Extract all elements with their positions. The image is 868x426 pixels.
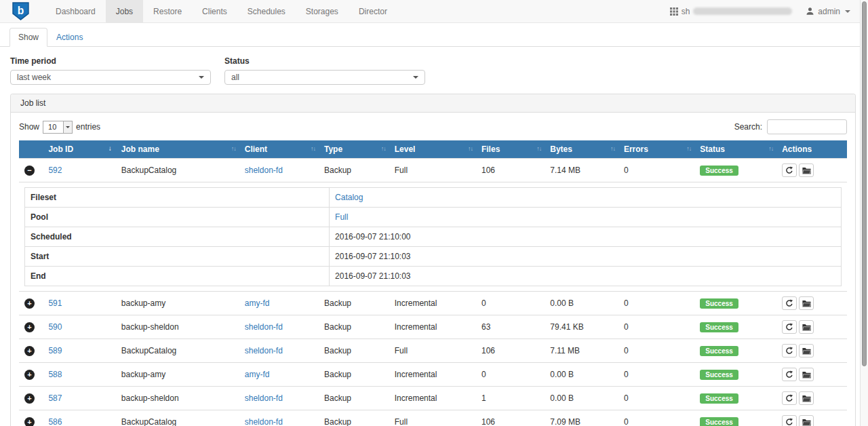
rerun-job-button[interactable] [782,368,797,381]
client-link[interactable]: sheldon-fd [245,346,283,355]
job-detail-cell: FilesetCatalogPoolFullScheduled2016-09-0… [19,182,847,292]
bareos-logo[interactable]: b [12,0,29,22]
job-files-button[interactable] [799,320,814,334]
show-label: Show [19,122,39,132]
expand-row-button[interactable]: + [24,322,35,332]
job-id-link[interactable]: 589 [48,346,62,355]
host-selector[interactable]: sh [670,7,793,16]
job-id-link[interactable]: 588 [48,370,62,379]
rerun-job-button[interactable] [782,296,797,310]
status-cell: Success [694,159,776,182]
nav-item-jobs[interactable]: Jobs [106,0,143,22]
datatable-controls: Show 10 entries Search: [19,119,847,134]
job-id-cell: 591 [43,292,115,315]
files-cell: 106 [476,159,545,182]
detail-value: 2016-09-07 21:10:00 [330,227,842,247]
column-header-job-id[interactable]: Job ID↓ [43,140,115,159]
actions-cell [776,159,847,182]
bytes-cell: 0.00 B [545,363,618,387]
navbar-right: sh admin [670,0,868,22]
actions-cell [776,292,847,315]
job-files-button[interactable] [799,391,814,405]
sort-icon: ↑↓ [610,145,615,152]
detail-label: Pool [25,208,330,227]
client-link[interactable]: sheldon-fd [245,322,283,332]
rerun-job-button[interactable] [782,163,797,177]
column-header-bytes[interactable]: Bytes↑↓ [545,140,618,159]
status-select[interactable]: all [224,70,425,85]
search-control: Search: [734,119,847,134]
job-id-link[interactable]: 592 [48,166,62,175]
job-files-button[interactable] [799,296,814,310]
rerun-job-button[interactable] [782,344,797,357]
client-cell: sheldon-fd [239,387,319,410]
rerun-job-button[interactable] [782,415,797,426]
detail-label: Fileset [25,188,330,208]
detail-value: Catalog [330,188,842,208]
client-link[interactable]: amy-fd [245,298,270,308]
type-cell: Backup [319,363,389,387]
tab-show[interactable]: Show [9,28,47,47]
user-caret-icon [845,10,850,13]
page-length-dropdown-button [63,121,72,133]
nav-item-restore[interactable]: Restore [143,0,192,22]
job-files-button[interactable] [799,415,814,426]
client-link[interactable]: sheldon-fd [245,166,283,175]
filters: Time period last week Status all [10,56,856,85]
column-header-client[interactable]: Client↑↓ [239,140,319,159]
files-cell: 63 [476,315,545,339]
client-link[interactable]: amy-fd [245,370,270,379]
job-id-link[interactable]: 586 [48,417,62,426]
client-link[interactable]: sheldon-fd [245,393,283,403]
detail-value-link[interactable]: Catalog [335,193,363,202]
errors-cell: 0 [618,363,694,387]
rerun-job-button[interactable] [782,391,797,405]
page-length-select[interactable]: 10 [43,121,73,134]
detail-value-link[interactable]: Full [335,212,348,222]
column-header-job-name[interactable]: Job name↑↓ [116,140,239,159]
job-id-link[interactable]: 590 [48,322,62,332]
column-header-status[interactable]: Status↑↓ [694,140,776,159]
job-files-button[interactable] [799,163,814,177]
column-header-type[interactable]: Type↑↓ [319,140,389,159]
client-cell: sheldon-fd [239,339,319,363]
actions-cell [776,315,847,339]
time-period-select[interactable]: last week [10,70,211,85]
nav-item-schedules[interactable]: Schedules [237,0,296,22]
column-header-files[interactable]: Files↑↓ [476,140,545,159]
expand-row-button[interactable]: + [24,417,35,426]
sort-desc-icon: ↓ [108,144,112,152]
tab-actions[interactable]: Actions [47,28,92,47]
expand-row-button[interactable]: + [24,393,35,404]
job-files-button[interactable] [799,344,814,357]
job-files-button[interactable] [799,368,814,381]
job-id-link[interactable]: 591 [48,298,62,308]
expand-row-button[interactable]: + [24,370,35,380]
column-header-level[interactable]: Level↑↓ [389,140,476,159]
expand-row-button[interactable]: + [24,298,35,309]
nav-item-dashboard[interactable]: Dashboard [45,0,106,22]
status-badge: Success [700,370,738,380]
search-input[interactable] [767,119,847,134]
sort-icon: ↑↓ [311,145,315,152]
nav-item-clients[interactable]: Clients [192,0,237,22]
vertical-scrollbar [860,0,868,426]
rerun-job-button[interactable] [782,320,797,334]
job-id-cell: 592 [43,159,115,182]
expand-row-button[interactable]: + [24,346,35,356]
nav-item-storages[interactable]: Storages [296,0,349,22]
status-cell: Success [694,339,776,363]
job-id-cell: 586 [43,410,115,426]
search-label: Search: [734,122,762,132]
collapse-row-button[interactable]: − [24,166,35,176]
type-cell: Backup [319,387,389,410]
nav-item-director[interactable]: Director [349,0,397,22]
type-cell: Backup [319,159,389,182]
scrollbar-thumb[interactable] [862,1,867,366]
expand-column-header [19,140,43,159]
job-id-link[interactable]: 587 [48,393,62,403]
job-row-587: +587backup-sheldonsheldon-fdBackupIncrem… [19,387,847,410]
column-header-errors[interactable]: Errors↑↓ [618,140,694,159]
user-menu[interactable]: admin [806,7,850,16]
client-link[interactable]: sheldon-fd [245,417,283,426]
